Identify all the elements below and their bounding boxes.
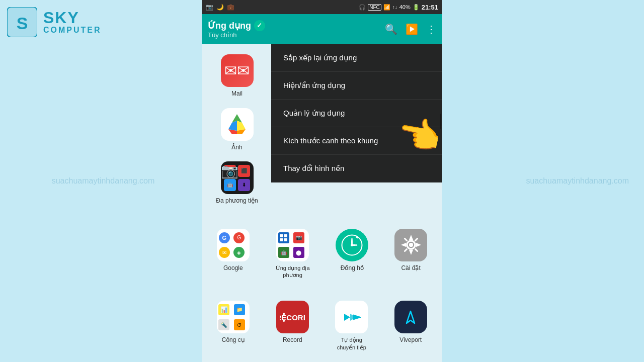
viveport-label: Viveport bbox=[399, 336, 422, 344]
watermark-right: suachuamaytinhdanang.com bbox=[526, 176, 629, 186]
media-label: Đa phương tiện bbox=[216, 197, 258, 205]
app-mail[interactable]: ✉ Mail bbox=[202, 49, 272, 103]
google-label: Google bbox=[223, 264, 243, 273]
tools-label: Công cụ bbox=[222, 336, 245, 344]
logo-area: S SKY COMPUTER bbox=[0, 0, 109, 44]
nav-icons: 🔍 ▶️ ⋮ bbox=[385, 23, 436, 35]
nav-title-area: Ứng dụng ✓ Tùy chỉnh bbox=[208, 20, 381, 39]
nav-title: Ứng dụng ✓ bbox=[208, 20, 381, 31]
svg-text:S: S bbox=[17, 14, 28, 33]
nfc-icon: NFC bbox=[368, 4, 381, 11]
app-clock[interactable]: Đồng hồ bbox=[332, 224, 372, 284]
bottom-apps-area: G G ✉ ◈ Google 📷 🤖 ⬤ bbox=[202, 218, 442, 362]
app-viveport[interactable]: Viveport bbox=[390, 296, 431, 356]
brand-name: SKY bbox=[43, 10, 102, 26]
camera-status-icon: 📷 bbox=[206, 4, 213, 11]
headphone-icon: 🎧 bbox=[359, 4, 366, 11]
signal-icon: ↑↓ bbox=[392, 5, 397, 10]
apps-row-1: G G ✉ ◈ Google 📷 🤖 ⬤ bbox=[202, 218, 442, 290]
brand-subtitle: COMPUTER bbox=[43, 26, 102, 35]
dropdown-item-show-hide[interactable]: Hiện/ẩn ứng dụng 👉 bbox=[271, 72, 442, 100]
svg-rect-11 bbox=[284, 238, 287, 241]
search-icon[interactable]: 🔍 bbox=[385, 23, 397, 35]
main-content: ✉ Mail Ảnh bbox=[202, 44, 442, 362]
more-options-icon[interactable]: ⋮ bbox=[426, 23, 436, 35]
battery-text: 40% bbox=[399, 4, 411, 10]
app-photos[interactable]: Ảnh bbox=[202, 103, 272, 157]
apps-row-2: 📊 📁 🔦 ⏱ Công cụ RECORD bbox=[202, 290, 442, 362]
settings-label: Cài đặt bbox=[401, 264, 420, 273]
wifi-icon: 📶 bbox=[383, 4, 390, 11]
photos-icon bbox=[221, 108, 254, 141]
tools-icon: 📊 📁 🔦 ⏱ bbox=[217, 301, 250, 333]
time-display: 21:51 bbox=[422, 4, 438, 11]
local-apps-label: Ứng dụng địaphương bbox=[276, 264, 310, 279]
app-left-column: ✉ Mail Ảnh bbox=[202, 44, 272, 215]
record-icon: RECORD bbox=[276, 301, 309, 333]
battery-icon: 🔋 bbox=[413, 4, 420, 11]
media-icon: 📷 ⬛ 🤖 ⬇ bbox=[221, 161, 254, 194]
mail-label: Mail bbox=[231, 90, 243, 98]
svg-rect-10 bbox=[280, 238, 283, 241]
svg-rect-9 bbox=[284, 234, 287, 237]
local-apps-icon: 📷 🤖 ⬤ bbox=[276, 229, 309, 261]
status-icons-left: 📷 🌙 💼 bbox=[206, 4, 234, 11]
record-label: Record bbox=[283, 336, 302, 344]
dropdown-item-wallpaper[interactable]: Thay đổi hình nền bbox=[271, 155, 442, 183]
dropdown-item-sort[interactable]: Sắp xếp lại ứng dụng bbox=[271, 44, 442, 72]
app-tools[interactable]: 📊 📁 🔦 ⏱ Công cụ bbox=[213, 296, 254, 356]
nav-bar: Ứng dụng ✓ Tùy chỉnh 🔍 ▶️ ⋮ bbox=[202, 14, 442, 44]
clock-label: Đồng hồ bbox=[341, 264, 364, 273]
settings-icon bbox=[394, 229, 427, 261]
forward-icon bbox=[335, 301, 368, 333]
viveport-icon bbox=[394, 301, 427, 333]
app-google[interactable]: G G ✉ ◈ Google bbox=[213, 224, 254, 284]
dropdown-menu: Sắp xếp lại ứng dụng Hiện/ẩn ứng dụng 👉 … bbox=[271, 44, 442, 183]
app-record[interactable]: RECORD Record bbox=[272, 296, 313, 356]
app-media[interactable]: 📷 ⬛ 🤖 ⬇ Đa phương tiện bbox=[202, 156, 272, 210]
app-forward[interactable]: Tự độngchuyển tiếp bbox=[331, 296, 372, 356]
briefcase-status-icon: 💼 bbox=[227, 4, 234, 11]
google-icon: G G ✉ ◈ bbox=[217, 229, 250, 261]
moon-status-icon: 🌙 bbox=[216, 4, 224, 11]
brand-logo-icon: S bbox=[7, 7, 37, 37]
play-icon[interactable]: ▶️ bbox=[406, 23, 418, 35]
nav-check-icon: ✓ bbox=[254, 20, 265, 31]
watermark-left: suachuamaytinhdanang.com bbox=[52, 176, 155, 186]
mail-icon: ✉ bbox=[221, 54, 254, 87]
app-local[interactable]: 📷 🤖 ⬤ Ứng dụng địaphương bbox=[272, 224, 314, 284]
pointing-hand-icon: 👉 bbox=[395, 111, 442, 159]
nav-subtitle: Tùy chỉnh bbox=[208, 31, 381, 39]
phone-screen: 📷 🌙 💼 🎧 NFC 📶 ↑↓ 40% 🔋 21:51 Ứng dụng ✓ … bbox=[202, 0, 442, 362]
status-icons-right: 🎧 NFC 📶 ↑↓ 40% 🔋 21:51 bbox=[359, 4, 438, 11]
forward-label: Tự độngchuyển tiếp bbox=[337, 336, 366, 351]
photos-label: Ảnh bbox=[231, 144, 242, 152]
svg-rect-8 bbox=[280, 234, 283, 237]
clock-icon bbox=[336, 229, 368, 261]
logo-text: SKY COMPUTER bbox=[43, 10, 102, 35]
status-bar: 📷 🌙 💼 🎧 NFC 📶 ↑↓ 40% 🔋 21:51 bbox=[202, 0, 442, 14]
nav-title-text: Ứng dụng bbox=[208, 20, 251, 31]
left-panel: S SKY COMPUTER suachuamaytinhdanang.com bbox=[0, 0, 206, 362]
svg-point-18 bbox=[409, 243, 413, 247]
app-settings[interactable]: Cài đặt bbox=[390, 224, 431, 284]
